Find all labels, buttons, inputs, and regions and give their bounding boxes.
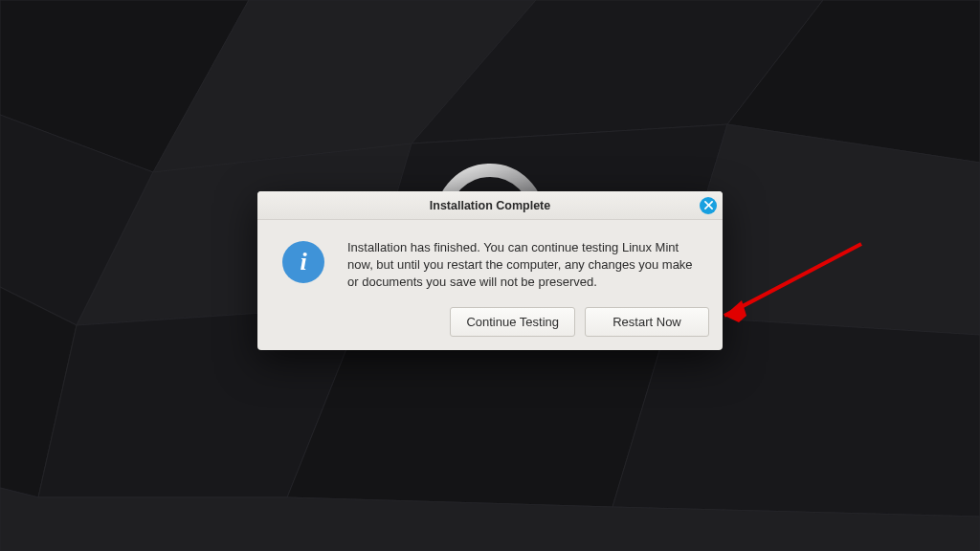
dialog-button-row: Continue Testing Restart Now [257,307,723,350]
dialog-titlebar[interactable]: Installation Complete [257,191,723,220]
continue-testing-button[interactable]: Continue Testing [450,307,575,337]
info-icon: i [282,241,324,283]
restart-now-button[interactable]: Restart Now [585,307,709,337]
close-button[interactable] [700,197,717,214]
close-icon [704,201,713,209]
dialog-title: Installation Complete [430,199,550,212]
installation-complete-dialog: Installation Complete i Installation has… [257,191,723,350]
desktop: Installation Complete i Installation has… [0,0,980,551]
dialog-message: Installation has finished. You can conti… [347,239,702,292]
